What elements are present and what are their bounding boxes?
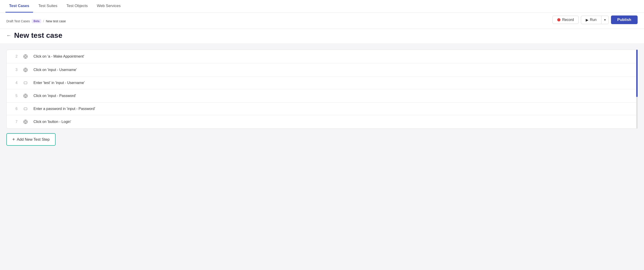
svg-point-14 — [24, 95, 26, 96]
nav-tab-web-services[interactable]: Web Services — [93, 0, 124, 12]
click-icon — [22, 68, 29, 72]
breadcrumb-row: Draft Test Cases Beta / New test case Re… — [6, 16, 638, 27]
run-button[interactable]: ▶ Run — [581, 16, 601, 24]
page-title: New test case — [14, 31, 62, 40]
breadcrumb-current: New test case — [46, 19, 66, 23]
svg-point-1 — [24, 56, 26, 57]
scrollbar-thumb — [636, 50, 638, 97]
input-icon — [22, 107, 29, 111]
table-row[interactable]: 7 Click on 'button - Login' — [6, 115, 638, 128]
step-number: 6 — [12, 107, 18, 111]
scrollbar[interactable] — [636, 50, 638, 129]
click-icon — [22, 54, 29, 59]
nav-tab-test-cases[interactable]: Test Cases — [6, 0, 33, 12]
click-icon — [22, 119, 29, 124]
step-description: Click on 'button - Login' — [34, 120, 71, 124]
add-step-label: Add New Test Step — [17, 137, 50, 142]
step-description: Enter a password in 'input - Password' — [34, 107, 95, 111]
step-number: 5 — [12, 94, 18, 98]
table-row[interactable]: 5 Click on 'input - Password' — [6, 89, 638, 103]
run-chevron-button[interactable]: ▾ — [601, 16, 609, 24]
nav-tab-test-objects[interactable]: Test Objects — [63, 0, 92, 12]
step-description: Click on 'input - Password' — [34, 94, 76, 98]
add-new-test-step-button[interactable]: + Add New Test Step — [6, 133, 56, 146]
page-header: Draft Test Cases Beta / New test case Re… — [0, 13, 644, 29]
toolbar: Record ▶ Run ▾ Publish — [552, 16, 638, 27]
step-number: 3 — [12, 68, 18, 72]
record-button[interactable]: Record — [552, 16, 579, 24]
table-row[interactable]: 2 Click on 'a - Make Appointment' — [6, 50, 638, 63]
record-dot-icon — [557, 18, 560, 22]
run-label: Run — [590, 18, 596, 22]
svg-rect-12 — [24, 82, 27, 84]
steps-container: 2 Click on 'a - Make Appointment'3 Click… — [6, 50, 638, 129]
breadcrumb-root[interactable]: Draft Test Cases — [6, 19, 30, 23]
beta-badge: Beta — [32, 19, 41, 23]
svg-point-7 — [24, 69, 26, 70]
table-row[interactable]: 3 Click on 'input - Username' — [6, 63, 638, 77]
svg-rect-19 — [24, 108, 27, 110]
breadcrumb: Draft Test Cases Beta / New test case — [6, 19, 66, 23]
step-number: 7 — [12, 120, 18, 124]
step-description: Click on 'input - Username' — [34, 68, 77, 72]
play-icon: ▶ — [586, 18, 588, 22]
top-nav: Test Cases Test Suites Test Objects Web … — [0, 0, 644, 13]
publish-button[interactable]: Publish — [611, 16, 638, 24]
step-number: 2 — [12, 54, 18, 58]
back-button[interactable]: ← — [6, 32, 12, 38]
title-row: ← New test case — [0, 29, 644, 43]
nav-tab-test-suites[interactable]: Test Suites — [35, 0, 61, 12]
chevron-down-icon: ▾ — [604, 18, 606, 22]
step-description: Click on 'a - Make Appointment' — [34, 54, 84, 58]
record-label: Record — [562, 18, 574, 22]
breadcrumb-separator: / — [43, 19, 44, 23]
input-icon — [22, 81, 29, 85]
add-step-plus-icon: + — [12, 137, 15, 142]
table-row[interactable]: 6 Enter a password in 'input - Password' — [6, 103, 638, 115]
step-description: Enter 'test' in 'input - Username' — [34, 81, 85, 85]
step-number: 4 — [12, 81, 18, 85]
main-content: 2 Click on 'a - Make Appointment'3 Click… — [0, 43, 644, 154]
click-icon — [22, 93, 29, 98]
table-row[interactable]: 4 Enter 'test' in 'input - Username' — [6, 77, 638, 89]
svg-point-21 — [24, 121, 26, 122]
steps-wrapper: 2 Click on 'a - Make Appointment'3 Click… — [6, 50, 638, 129]
run-group: ▶ Run ▾ — [581, 16, 608, 24]
